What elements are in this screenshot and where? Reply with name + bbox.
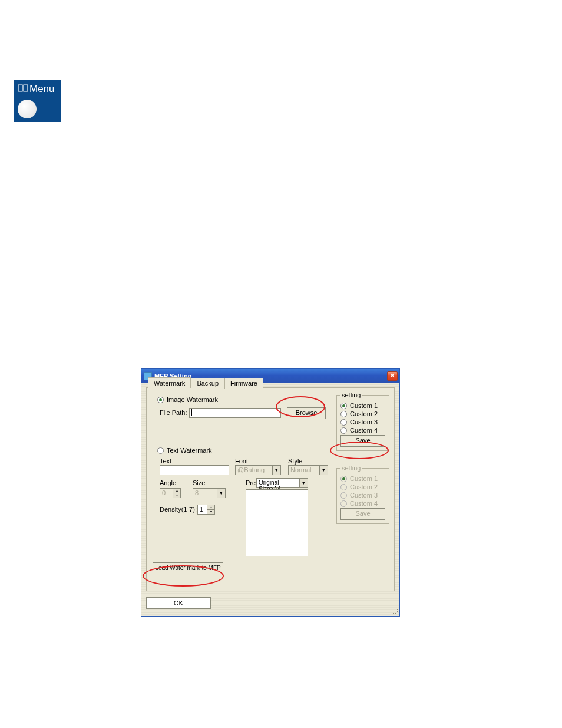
custom4b-label: Custom 4 — [350, 500, 378, 507]
font-combo[interactable]: @Batang ▾ — [235, 465, 281, 475]
file-path-input[interactable] — [189, 408, 281, 418]
custom2b-label: Custom 2 — [350, 483, 378, 490]
custom1-radio[interactable] — [340, 403, 347, 409]
custom4b-radio — [340, 500, 347, 507]
custom2-row: Custom 2 — [340, 410, 385, 417]
image-watermark-radio[interactable] — [157, 397, 164, 403]
tab-backup[interactable]: Backup — [191, 378, 224, 389]
custom1b-row: Custom 1 — [340, 475, 385, 482]
custom4-label: Custom 4 — [350, 427, 378, 434]
custom3-radio[interactable] — [340, 419, 347, 426]
custom1b-label: Custom 1 — [350, 475, 378, 482]
image-watermark-row: Image Watermark — [157, 396, 218, 403]
tab-firmware[interactable]: Firmware — [224, 378, 263, 389]
chevron-up-icon: ▴ — [207, 505, 215, 509]
close-button[interactable]: × — [387, 371, 398, 381]
load-watermark-button[interactable]: Load Water mark to MFP — [153, 562, 223, 574]
custom2b-row: Custom 2 — [340, 483, 385, 490]
image-watermark-label: Image Watermark — [167, 396, 218, 403]
chevron-down-icon: ▾ — [299, 478, 308, 488]
setting-group-top: setting Custom 1 Custom 2 Custom 3 Custo… — [336, 391, 389, 451]
font-label: Font — [235, 457, 248, 465]
tab-panel: Watermark Backup Firmware Image Watermar… — [146, 387, 395, 591]
chevron-down-icon: ▾ — [272, 465, 281, 475]
text-watermark-label: Text Watermark — [167, 447, 212, 454]
save-bottom-button: Save — [340, 508, 385, 520]
density-value: 1 — [197, 505, 207, 515]
chevron-up-icon: ▴ — [173, 488, 181, 493]
size-value: 8 — [193, 488, 217, 498]
custom1-label: Custom 1 — [350, 402, 378, 409]
chevron-down-icon: ▾ — [207, 509, 215, 515]
save-top-button[interactable]: Save — [340, 435, 385, 447]
preview-combo[interactable]: Original Size>A4 ▾ — [256, 478, 308, 488]
angle-value: 0 — [160, 488, 173, 498]
custom3b-radio — [340, 492, 347, 499]
angle-spin-buttons[interactable]: ▴▾ — [173, 488, 181, 498]
tab-strip: Watermark Backup Firmware — [148, 377, 263, 388]
chevron-down-icon: ▾ — [319, 465, 328, 475]
preview-value: Original Size>A4 — [256, 478, 299, 488]
custom3-label: Custom 3 — [350, 419, 378, 426]
setting-bottom-legend: setting — [340, 465, 362, 472]
menu-tile-label: Menu — [29, 83, 55, 95]
setting-top-legend: setting — [340, 391, 362, 398]
density-spin[interactable]: 1 ▴▾ — [197, 505, 215, 515]
text-watermark-row: Text Watermark — [157, 447, 212, 454]
density-spin-buttons[interactable]: ▴▾ — [207, 505, 215, 515]
svg-line-0 — [392, 609, 398, 614]
file-path-label: File Path: — [160, 409, 187, 416]
angle-label: Angle — [160, 479, 176, 486]
book-icon — [18, 84, 28, 93]
style-label: Style — [288, 457, 302, 465]
dialog-body: Watermark Backup Firmware Image Watermar… — [141, 383, 399, 616]
custom3b-label: Custom 3 — [350, 492, 378, 499]
svg-line-2 — [397, 614, 398, 614]
custom1-row: Custom 1 — [340, 402, 385, 409]
custom4-row: Custom 4 — [340, 427, 385, 434]
custom4-radio[interactable] — [340, 427, 347, 434]
text-label: Text — [160, 457, 171, 465]
chevron-down-icon: ▾ — [173, 493, 181, 498]
style-combo[interactable]: Normal ▾ — [288, 465, 328, 475]
menu-tile-button[interactable] — [18, 100, 37, 118]
custom2-label: Custom 2 — [350, 410, 378, 417]
style-value: Normal — [288, 465, 319, 475]
mfp-setting-dialog: MFP Setting × Watermark Backup Firmware … — [141, 368, 400, 617]
browse-button[interactable]: Browse — [287, 407, 326, 419]
custom2-radio[interactable] — [340, 411, 347, 417]
custom2b-radio — [340, 484, 347, 490]
size-label: Size — [193, 479, 205, 486]
custom4b-row: Custom 4 — [340, 500, 385, 507]
ok-button[interactable]: OK — [146, 597, 211, 609]
resize-grip[interactable] — [391, 608, 398, 615]
angle-spin[interactable]: 0 ▴▾ — [160, 488, 181, 498]
custom3b-row: Custom 3 — [340, 492, 385, 499]
font-value: @Batang — [235, 465, 272, 475]
text-input[interactable] — [160, 465, 229, 475]
custom1b-radio — [340, 476, 347, 482]
chevron-down-icon: ▾ — [217, 488, 226, 498]
tab-watermark[interactable]: Watermark — [148, 377, 191, 388]
setting-group-bottom: setting Custom 1 Custom 2 Custom 3 Custo… — [336, 465, 389, 524]
custom3-row: Custom 3 — [340, 419, 385, 426]
density-label: Density(1-7): — [160, 506, 197, 513]
size-combo[interactable]: 8 ▾ — [193, 488, 226, 498]
preview-area — [246, 489, 308, 556]
menu-tile[interactable]: Menu — [14, 80, 61, 122]
text-watermark-radio[interactable] — [157, 447, 164, 454]
